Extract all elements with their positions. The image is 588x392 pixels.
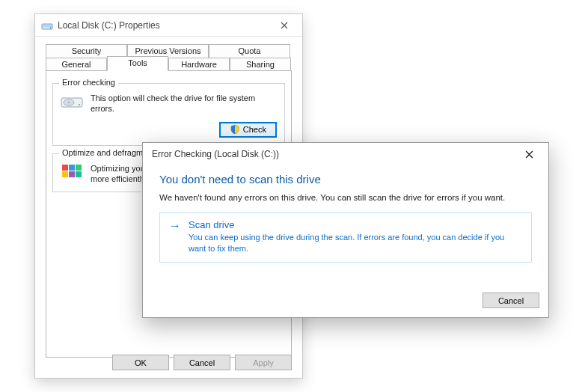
cancel-button[interactable]: Cancel [174, 355, 230, 370]
error-checking-title: Error Checking (Local Disk (C:)) [152, 149, 514, 159]
svg-rect-9 [76, 165, 82, 171]
defrag-icon [61, 163, 83, 183]
svg-rect-1 [43, 25, 52, 27]
error-checking-body: You don't need to scan this drive We hav… [143, 165, 548, 288]
error-checking-cancel-label: Cancel [498, 296, 524, 305]
svg-rect-11 [69, 171, 75, 177]
svg-rect-10 [62, 171, 68, 177]
error-checking-message: We haven't found any errors on this driv… [159, 193, 532, 202]
scan-drive-desc: You can keep using the drive during the … [189, 232, 518, 254]
hdd-icon [61, 93, 83, 109]
svg-point-5 [68, 102, 70, 103]
svg-point-6 [79, 104, 80, 105]
apply-button: Apply [235, 355, 292, 370]
group-error-checking: Error checking This option will check th… [52, 83, 285, 146]
error-checking-text: This option will check the drive for fil… [91, 93, 277, 114]
error-checking-titlebar: Error Checking (Local Disk (C:)) [143, 143, 548, 165]
check-button-label: Check [243, 125, 266, 134]
tab-general[interactable]: General [46, 58, 107, 71]
check-button[interactable]: Check [219, 122, 277, 138]
error-checking-headline: You don't need to scan this drive [159, 173, 532, 186]
properties-title: Local Disk (C:) Properties [58, 20, 269, 31]
properties-dialog-buttons: OK Cancel Apply [112, 355, 292, 370]
shield-icon [230, 124, 240, 135]
scan-drive-title: Scan drive [189, 219, 518, 230]
ok-button-label: OK [135, 358, 147, 367]
svg-rect-12 [76, 171, 82, 177]
ok-button[interactable]: OK [112, 355, 169, 370]
tab-tools[interactable]: Tools [107, 56, 168, 71]
svg-rect-8 [69, 165, 75, 171]
apply-button-label: Apply [253, 358, 274, 367]
svg-rect-7 [62, 165, 68, 171]
arrow-right-icon: → [169, 220, 181, 232]
group-error-checking-legend: Error checking [59, 78, 118, 87]
properties-titlebar: Local Disk (C:) Properties [35, 14, 302, 37]
cancel-button-label: Cancel [189, 358, 215, 367]
error-checking-close-button[interactable] [514, 144, 544, 164]
drive-icon [41, 19, 53, 31]
tab-hardware[interactable]: Hardware [168, 58, 230, 71]
scan-drive-option[interactable]: → Scan drive You can keep using the driv… [159, 212, 532, 263]
svg-point-2 [50, 27, 52, 28]
error-checking-dialog: Error Checking (Local Disk (C:)) You don… [142, 142, 549, 318]
properties-close-button[interactable] [269, 16, 299, 35]
error-checking-cancel-button[interactable]: Cancel [483, 293, 539, 308]
tab-sharing[interactable]: Sharing [230, 58, 291, 71]
tab-quota[interactable]: Quota [209, 44, 290, 58]
